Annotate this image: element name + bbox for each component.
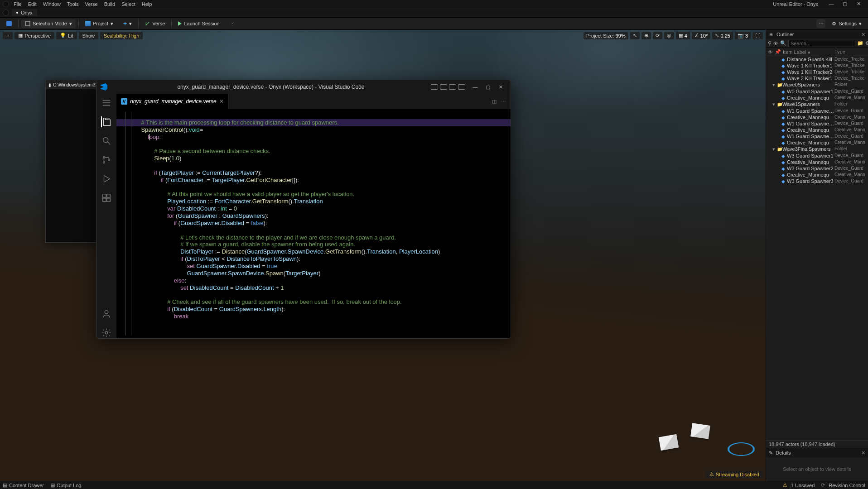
code-line[interactable]: PlayerLocation := FortCharacter.GetTrans… — [116, 198, 511, 205]
add-content-button[interactable]: +▾ — [120, 19, 135, 28]
code-line[interactable]: # Pause a second between distance checks… — [116, 148, 511, 155]
outliner-list[interactable]: Distance Guards KillDevice_TrackeWave 1 … — [766, 56, 868, 440]
vscode-maximize-button[interactable]: ▢ — [482, 84, 494, 90]
verse-button[interactable]: ⩗Verse — [141, 19, 169, 28]
code-line[interactable]: if (FortCharacter := TargetPlayer.GetFor… — [116, 177, 511, 184]
split-editor-icon[interactable]: ◫ — [492, 99, 497, 105]
surface-snap-button[interactable]: ◎ — [664, 32, 674, 39]
scale-snap-button[interactable]: ⤡0.25 — [712, 32, 733, 39]
code-line[interactable]: set GuardSpawner.Disabled = true — [116, 263, 511, 270]
outliner-row[interactable]: Creative_MannequCreative_Mann — [766, 127, 868, 133]
save-button[interactable] — [3, 19, 15, 28]
code-line[interactable] — [116, 227, 511, 234]
lit-mode-button[interactable]: 💡Lit — [56, 32, 77, 39]
gear-icon[interactable] — [101, 327, 112, 338]
layout-icon[interactable] — [440, 84, 447, 90]
outliner-row[interactable]: W3 Guard Spawner3Device_Guard — [766, 178, 868, 184]
menu-tools[interactable]: Tools — [67, 1, 79, 7]
refresh-button[interactable]: ⟳ — [653, 32, 662, 39]
selection-mode-button[interactable]: Selection Mode▾ — [21, 19, 76, 28]
code-line[interactable]: loop: — [116, 134, 511, 141]
code-line[interactable]: if (TargetPlayer := CurrentTargetPlayer?… — [116, 169, 511, 177]
content-drawer-button[interactable]: ▤Content Drawer — [3, 482, 44, 488]
code-line[interactable]: for (GuardSpawner : GuardSpawners): — [116, 212, 511, 220]
streaming-disabled-badge[interactable]: Streaming Disabled — [706, 470, 763, 478]
outliner-row[interactable]: W0 Guard Spawner1Device_Guard — [766, 88, 868, 95]
menu-window[interactable]: Window — [43, 1, 61, 7]
code-line[interactable]: DistToPlayer := Distance(GuardSpawner.Sp… — [116, 248, 511, 255]
menu-help[interactable]: Help — [142, 1, 152, 7]
outliner-row[interactable]: Creative_MannequCreative_Mann — [766, 172, 868, 178]
menu-build[interactable]: Build — [104, 1, 115, 7]
menu-verse[interactable]: Verse — [85, 1, 98, 7]
pin-icon[interactable]: 📌 — [775, 49, 781, 55]
code-line[interactable]: if (DisabledCount = GuardSpawners.Length… — [116, 306, 511, 313]
globe-button[interactable]: ⊕ — [641, 32, 651, 39]
project-button[interactable]: Project▾ — [82, 19, 117, 28]
unsaved-indicator[interactable]: 1 Unsaved — [783, 482, 815, 488]
outliner-row[interactable]: Creative_MannequCreative_Mann — [766, 139, 868, 146]
outliner-row[interactable]: Wave 1 Kill Tracker2Device_Tracke — [766, 69, 868, 75]
menu-select[interactable]: Select — [121, 1, 135, 7]
vscode-close-button[interactable]: ✕ — [494, 84, 507, 90]
code-line[interactable] — [116, 112, 511, 119]
code-line[interactable]: set DisabledCount = DisabledCount + 1 — [116, 284, 511, 292]
code-line[interactable] — [116, 184, 511, 191]
settings-icon[interactable]: ⚙ — [865, 40, 868, 46]
vscode-editor-tab[interactable]: V onyx_guard_manager_device.verse ✕ — [116, 94, 229, 109]
vscode-code-area[interactable]: # This is the main processing loop for c… — [116, 109, 511, 338]
vscode-titlebar[interactable]: onyx_guard_manager_device.verse - Onyx (… — [96, 80, 511, 94]
code-line[interactable]: if (GuardSpawner.Disabled = false): — [116, 220, 511, 227]
source-control-icon[interactable] — [101, 154, 112, 165]
outliner-row[interactable]: Creative_MannequCreative_Mann — [766, 95, 868, 101]
scalability-button[interactable]: Scalability: High — [100, 32, 143, 39]
code-line[interactable]: break — [116, 313, 511, 320]
camera-speed-button[interactable]: 📷3 — [735, 32, 751, 39]
account-icon[interactable] — [101, 308, 112, 319]
outliner-row[interactable]: W3 Guard Spawner2Device_Guard — [766, 165, 868, 172]
code-line[interactable] — [116, 162, 511, 169]
details-tab[interactable]: ✎ Details ✕ — [766, 448, 868, 457]
outliner-row[interactable]: W1 Guard Spawner SDevice_Guard — [766, 108, 868, 114]
code-line[interactable]: Sleep(1.0) — [116, 155, 511, 162]
outliner-row[interactable]: W3 Guard Spawner1Device_Guard — [766, 153, 868, 159]
level-tab[interactable]: Onyx — [12, 9, 37, 16]
outliner-row[interactable]: Distance Guards KillDevice_Tracke — [766, 56, 868, 62]
outliner-row[interactable]: Wave 2 Kill Tracker1Device_Tracke — [766, 75, 868, 82]
code-line[interactable]: # Check and see if all of the guard spaw… — [116, 298, 511, 306]
cmd-titlebar[interactable]: ▮C:\Windows\system32\cmd. — [46, 80, 99, 89]
outliner-row[interactable]: Creative_MannequCreative_Mann — [766, 114, 868, 120]
outliner-row[interactable]: ▾Wave1SpawnersFolder — [766, 101, 868, 108]
close-icon[interactable]: ✕ — [219, 98, 224, 105]
layout-icon[interactable] — [431, 84, 438, 90]
outliner-row[interactable]: W1 Guard Spawner SDevice_Guard — [766, 120, 868, 127]
window-minimize-button[interactable]: — — [825, 1, 838, 7]
menu-edit[interactable]: Edit — [28, 1, 37, 7]
launch-session-button[interactable]: Launch Session — [174, 19, 223, 28]
code-line[interactable]: # If we spawn a guard, disable the spawn… — [116, 241, 511, 248]
perspective-button[interactable]: ▦Perspective — [14, 32, 54, 39]
code-line[interactable]: else: — [116, 277, 511, 284]
eye-icon[interactable]: 👁 — [773, 41, 778, 46]
code-line[interactable]: GuardSpawner.SpawnDevice.Spawn(TargetPla… — [116, 270, 511, 277]
viewport-maximize-button[interactable]: ⛶ — [752, 32, 763, 39]
code-line[interactable]: # This is the main processing loop for c… — [116, 119, 511, 126]
vscode-window[interactable]: onyx_guard_manager_device.verse - Onyx (… — [96, 80, 511, 339]
window-close-button[interactable]: ✕ — [852, 1, 865, 7]
menu-file[interactable]: File — [14, 1, 22, 7]
outliner-row[interactable]: ▾Wave0SpawnersFolder — [766, 82, 868, 88]
nav-gizmo-icon[interactable] — [728, 436, 755, 463]
outliner-row[interactable]: ▾Wave3FinalSpawnersFolder — [766, 146, 868, 153]
code-line[interactable]: # Let's check the distance to the player… — [116, 234, 511, 241]
grid-snap-button[interactable]: ▦4 — [676, 32, 690, 39]
settings-button[interactable]: ⚙Settings▾ — [828, 19, 865, 28]
show-button[interactable]: Show — [79, 32, 99, 39]
more-icon[interactable]: ⋯ — [501, 99, 506, 105]
code-line[interactable]: var DisabledCount : int = 0 — [116, 205, 511, 212]
code-line[interactable]: if (DistToPlayer < DistanceToPlayerToSpa… — [116, 255, 511, 263]
code-line[interactable]: # At this point we should have a valid p… — [116, 191, 511, 198]
code-line[interactable]: SpawnerControl():void= — [116, 126, 511, 134]
outliner-tab[interactable]: ⛯ Outliner ✕ — [766, 30, 868, 39]
run-debug-icon[interactable] — [101, 173, 112, 184]
toolbar-misc-button[interactable]: ⋯ — [816, 19, 825, 28]
